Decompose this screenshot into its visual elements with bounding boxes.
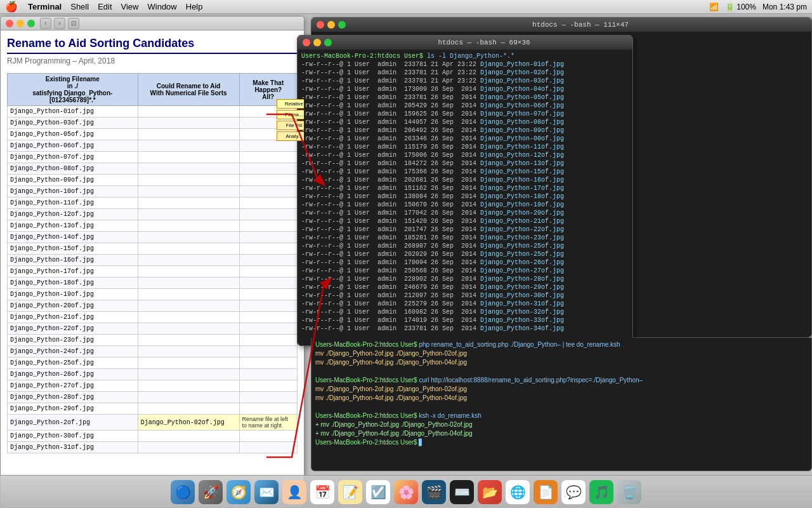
dock-finder[interactable]: 🔵 (171, 480, 195, 504)
table-row: Django_Python-20of.jpg (8, 300, 298, 312)
table-row: Django_Python-29of.jpg (8, 403, 298, 415)
terminal-large-maximize[interactable] (338, 21, 346, 29)
dock-chrome[interactable]: 🌐 (506, 480, 530, 504)
terminal-small-minimize[interactable] (313, 39, 321, 46)
existing-filename: Django_Python-27of.jpg (8, 380, 138, 392)
existing-filename: Django_Python-31of.jpg (8, 442, 138, 453)
action-value (239, 392, 297, 403)
terminal-small-titlebar: htdocs — -bash — 69×36 (298, 36, 632, 50)
existing-filename: Django_Python-19of.jpg (8, 289, 138, 300)
table-row: Django_Python-10of.jpg (8, 186, 298, 197)
rename-value (138, 175, 239, 186)
dock-contacts[interactable]: 👤 (282, 480, 306, 504)
rename-value (138, 431, 239, 442)
dock-sublime[interactable]: 📄 (534, 480, 558, 504)
terminal-large-close[interactable] (317, 21, 324, 29)
terminal-small-maximize[interactable] (324, 39, 332, 46)
dock-filezilla[interactable]: 📂 (478, 480, 502, 504)
rename-value (138, 358, 239, 369)
rename-value (138, 323, 239, 335)
rename-value (138, 209, 239, 220)
dock-imovie[interactable]: 🎬 (422, 480, 446, 504)
col-rename: Could Rename to AidWith Numerical File S… (138, 74, 239, 106)
dock-reminders[interactable]: ☑️ (366, 480, 390, 504)
rename-value (138, 243, 239, 255)
dock-spotify[interactable]: 🎵 (589, 480, 613, 504)
terminal-bottom[interactable]: Users-MacBook-Pro-2:htdocs User$ php ren… (311, 338, 812, 471)
minimize-button[interactable] (16, 20, 24, 27)
menubar-window[interactable]: Window (148, 2, 177, 11)
action-value (239, 431, 297, 442)
table-row: Django_Python-15of.jpg (8, 243, 298, 255)
dock: 🔵 🚀 🧭 ✉️ 👤 📅 📝 ☑️ 🌸 🎬 ⌨️ 📂 🌐 📄 💬 🎵 🗑️ (0, 475, 812, 508)
dock-slack[interactable]: 💬 (561, 480, 586, 504)
existing-filename: Django_Python-07of.jpg (8, 152, 138, 163)
table-row: Django_Python-11of.jpg (8, 197, 298, 209)
action-value (239, 209, 297, 220)
col-existing: Existing Filenamein ./satisfying Django_… (8, 74, 138, 106)
existing-filename: Django_Python-03of.jpg (8, 117, 138, 129)
existing-filename: Django_Python-17of.jpg (8, 266, 138, 277)
table-row: Django_Python-23of.jpg (8, 335, 298, 346)
table-row: Django_Python-13of.jpg (8, 220, 298, 232)
existing-filename: Django_Python-18of.jpg (8, 277, 138, 289)
existing-filename: Django_Python-25of.jpg (8, 358, 138, 369)
maximize-button[interactable] (27, 20, 35, 27)
table-row: Django_Python-09of.jpg (8, 175, 298, 186)
dock-trash[interactable]: 🗑️ (617, 480, 641, 504)
table-row: Django_Python-17of.jpg (8, 266, 298, 277)
rename-value (138, 369, 239, 380)
action-value (239, 140, 297, 152)
forward-button[interactable]: › (54, 18, 65, 29)
table-row: Django_Python-28of.jpg (8, 392, 298, 403)
menubar-edit[interactable]: Edit (98, 2, 112, 11)
rename-value (138, 140, 239, 152)
table-header-row: Existing Filenamein ./satisfying Django_… (8, 74, 298, 106)
action-value (239, 358, 297, 369)
menubar-shell[interactable]: Shell (70, 2, 89, 11)
close-button[interactable] (6, 20, 13, 27)
rename-value (138, 197, 239, 209)
rename-value (138, 346, 239, 358)
browser-window: ‹ › ⊡ Rename to Aid Sorting Candidates R… (0, 16, 304, 508)
existing-filename: Django_Python-26of.jpg (8, 369, 138, 380)
action-value (239, 289, 297, 300)
apple-menu[interactable]: 🍎 (5, 1, 18, 13)
menubar-view[interactable]: View (121, 2, 139, 11)
table-row: Django_Python-08of.jpg (8, 163, 298, 175)
browser-content: Rename to Aid Sorting Candidates RJM Pro… (1, 30, 304, 507)
table-row: Django_Python-21of.jpg (8, 312, 298, 323)
existing-filename: Django_Python-16of.jpg (8, 255, 138, 266)
action-value (239, 300, 297, 312)
dock-notes[interactable]: 📝 (338, 480, 362, 504)
terminal-large-traffic (317, 21, 346, 29)
menubar-terminal[interactable]: Terminal (28, 2, 62, 11)
menubar-help[interactable]: Help (186, 2, 203, 11)
existing-filename: Django_Python-21of.jpg (8, 312, 138, 323)
table-row: Django_Python-03of.jpg (8, 117, 298, 129)
back-button[interactable]: ‹ (40, 18, 51, 29)
existing-filename: Django_Python-28of.jpg (8, 392, 138, 403)
existing-filename: Django_Python-14of.jpg (8, 232, 138, 243)
fullscreen-button[interactable]: ⊡ (68, 18, 79, 29)
clock: Mon 1:43 pm (763, 3, 807, 11)
action-value (239, 369, 297, 380)
table-row: Django_Python-14of.jpg (8, 232, 298, 243)
existing-filename: Django_Python-12of.jpg (8, 209, 138, 220)
rename-value (138, 129, 239, 140)
terminal-small-body[interactable]: Users-MacBook-Pro-2:htdocs User$ ls -l D… (298, 50, 632, 346)
rename-value (138, 289, 239, 300)
dock-photos[interactable]: 🌸 (394, 480, 418, 504)
action-value (239, 312, 297, 323)
dock-safari[interactable]: 🧭 (226, 480, 251, 504)
dock-terminal[interactable]: ⌨️ (450, 480, 474, 504)
existing-filename: Django_Python-2of.jpg (8, 415, 138, 431)
action-value (239, 442, 297, 453)
dock-calendar[interactable]: 📅 (310, 480, 334, 504)
action-value (239, 220, 297, 232)
terminal-large-minimize[interactable] (327, 21, 335, 29)
terminal-small-close[interactable] (303, 39, 310, 46)
dock-mail[interactable]: ✉️ (254, 480, 278, 504)
rename-value (138, 442, 239, 453)
dock-launchpad[interactable]: 🚀 (199, 480, 223, 504)
